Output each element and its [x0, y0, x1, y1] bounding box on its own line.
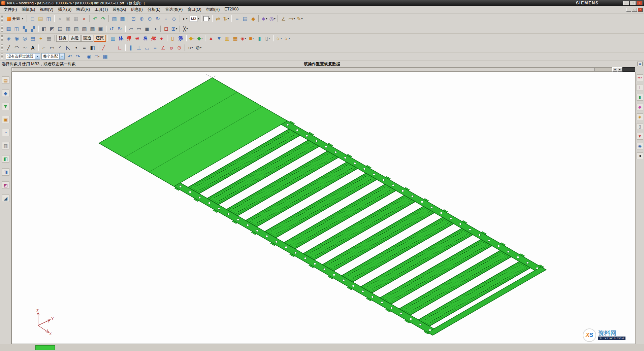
maximize-button[interactable]: □ [630, 1, 636, 5]
measure-distance-button[interactable]: ∠ [280, 15, 287, 23]
taskbar-item[interactable] [35, 345, 55, 350]
column-tool-button[interactable]: ▥ [109, 34, 117, 42]
die-lock-2-button[interactable]: ◆▾ [196, 34, 204, 42]
die-lock-1-button[interactable]: ◆▾ [188, 34, 196, 42]
menu-item-4[interactable]: 插入(S) [56, 6, 74, 13]
menu-item-1[interactable]: 文件(F) [1, 6, 19, 13]
grid-toggle-button[interactable]: ▦ [45, 34, 53, 42]
move-component-button[interactable]: ⇄ [214, 15, 222, 23]
web-browser-icon[interactable]: ◪ [2, 195, 9, 202]
toolbar-grip[interactable] [1, 35, 3, 41]
dimension-angle-button[interactable]: ∠ [159, 44, 167, 52]
single-window-button[interactable]: ◫ [13, 25, 21, 33]
menu-item-10[interactable]: 首选项(P) [163, 6, 185, 13]
chevron-down-icon[interactable]: ▾ [59, 54, 64, 59]
pin-palette-icon[interactable]: ▼ [637, 133, 643, 140]
constraint-perpendicular-button[interactable]: ⊥ [135, 44, 143, 52]
clamp-tool-button[interactable]: ■▾ [248, 34, 255, 42]
intersection-point-button[interactable]: ╳▾ [182, 25, 189, 33]
wireframe-mode-button[interactable]: ▱ [127, 25, 135, 33]
insert-tool-button[interactable]: ◈▾ [239, 34, 247, 42]
replace-view-button-button[interactable]: 替换 [56, 35, 68, 42]
menu-item-13[interactable]: ET2008 [222, 6, 241, 13]
redo-button[interactable]: ↷ [99, 15, 107, 23]
quick-extend-button[interactable]: ─ [108, 44, 116, 52]
save-file-button[interactable]: ◫ [45, 15, 53, 23]
circle-tool-button[interactable]: ○▾ [187, 44, 194, 52]
maximize-button[interactable]: □ [632, 8, 637, 12]
body-tool-button-button[interactable]: 体 [117, 35, 125, 42]
text-palette-icon[interactable]: T [637, 84, 643, 91]
toolbar-grip[interactable] [1, 15, 3, 22]
highlight-button[interactable]: ◉ [85, 52, 93, 61]
annotation-pencil-button[interactable]: ✎▾ [296, 15, 303, 23]
chevron-down-icon[interactable]: ▾ [35, 54, 40, 59]
cup-tool-button[interactable]: ▯ [169, 34, 176, 42]
roles-palette-icon[interactable]: ◩ [2, 181, 9, 189]
toolbar-grip[interactable] [1, 26, 3, 32]
dock-handle[interactable] [622, 67, 635, 72]
snap-toggle-button[interactable]: ▦ [101, 52, 109, 61]
scrollbar-thumb[interactable] [12, 68, 594, 71]
menu-item-5[interactable]: 格式(R) [74, 6, 92, 13]
make-corner-button[interactable]: ∟ [116, 44, 124, 52]
sketch-mirror-button[interactable]: ◧ [89, 44, 96, 52]
key-palette-icon[interactable]: KEY [637, 74, 643, 81]
resource-display-button[interactable]: ▦ [5, 25, 12, 33]
visual-reports-icon[interactable]: ◧ [2, 155, 9, 163]
cut-button[interactable]: × [56, 15, 64, 23]
delete-button[interactable]: × [80, 15, 88, 23]
split-vertical-button[interactable]: ▞ [29, 25, 37, 33]
selection-intent-button[interactable]: ◎▾ [268, 15, 276, 23]
view-trimetric-button[interactable]: ◧ [40, 25, 48, 33]
view-layer-button[interactable]: ▤ [241, 15, 249, 23]
color-palette-icon[interactable]: ◈ [637, 113, 643, 120]
section-view-button[interactable]: ⊟ [162, 25, 170, 33]
layer-category-button[interactable]: ▤ [29, 34, 37, 42]
scroll-left-button[interactable]: ◄ [612, 67, 617, 72]
rotate-cw-button[interactable]: ↻ [116, 25, 124, 33]
zoom-in-out-button[interactable]: ⊕ [138, 15, 146, 23]
perspective-view-button[interactable]: ◇ [170, 15, 178, 23]
view-top-button[interactable]: ▤ [56, 25, 64, 33]
sketch-chamfer-button[interactable]: ◺ [64, 44, 72, 52]
sketch-spline-button[interactable]: ∼ [21, 44, 29, 52]
show-hide-button[interactable]: ◉ [13, 34, 21, 42]
lamp-tool-1-button[interactable]: ☼▾ [275, 34, 283, 42]
strip-tool-button[interactable]: ▥ [223, 34, 231, 42]
menu-item-6[interactable]: 工具(T) [92, 6, 110, 13]
snap-point-button[interactable]: ∗▾ [260, 15, 268, 23]
studio-mode-button[interactable]: ◑ [151, 25, 159, 33]
sketch-text-button[interactable]: A [29, 44, 37, 52]
sketch-arc-button[interactable]: ◠ [13, 44, 21, 52]
templates-palette-icon[interactable]: ▯ [637, 123, 643, 130]
rotate-ccw-button[interactable]: ↺ [108, 25, 116, 33]
view-bottom-button[interactable]: ▣ [97, 25, 104, 33]
select-back-button[interactable]: ↶ [66, 52, 74, 61]
cascade-windows-button[interactable]: ▩ [119, 15, 126, 23]
sketch-point-button[interactable]: • [72, 44, 80, 52]
sketch-offset-button[interactable]: ≡ [80, 44, 88, 52]
menu-item-2[interactable]: 编辑(E) [19, 6, 37, 13]
gauge-palette-icon[interactable]: ◉ [637, 143, 643, 149]
prompt-options-button[interactable]: ▣ [637, 62, 643, 66]
minimize-button[interactable]: — [626, 8, 631, 12]
sketch-profile-button[interactable]: ⌐ [40, 44, 48, 52]
quick-trim-button[interactable]: ╱ [100, 44, 107, 52]
edit-object-display-button[interactable]: ▭▾ [288, 15, 295, 23]
view-triad[interactable]: Z Y X [28, 308, 56, 336]
interference-check-button-button[interactable]: 涉 [177, 35, 185, 42]
clip-plane-button[interactable]: ⊞▾ [170, 25, 178, 33]
wcs-toggle-button[interactable]: + [37, 34, 45, 42]
part-navigator-icon[interactable]: ▼ [2, 103, 9, 110]
die-strip-model[interactable] [12, 72, 635, 344]
history-palette-icon[interactable]: ◔ [2, 129, 9, 136]
constraint-tangent-button[interactable]: ◡ [143, 44, 151, 52]
zoom-window-button[interactable]: ⊙ [146, 15, 154, 23]
die-plate-tool-button[interactable]: ▦ [231, 34, 239, 42]
undo-button[interactable]: ↶ [91, 15, 99, 23]
rectangle-select-button[interactable]: □▾ [93, 52, 101, 61]
shaded-display-button[interactable]: ◐▾ [181, 15, 189, 23]
view-right-button[interactable]: ▧ [72, 25, 80, 33]
constraint-navigator-icon[interactable]: ◆ [2, 90, 9, 97]
